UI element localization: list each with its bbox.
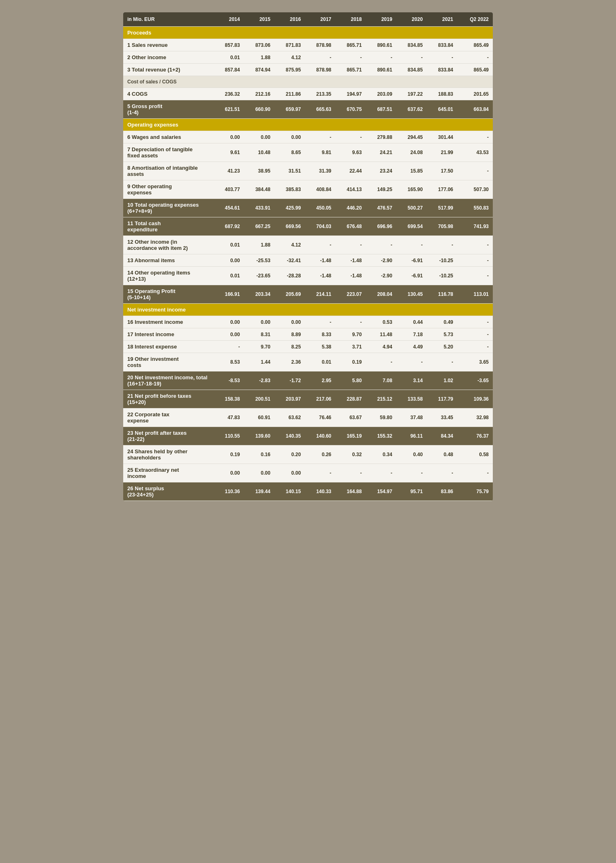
cell-value: 22.44 — [336, 162, 366, 180]
cell-value: - — [305, 131, 336, 143]
cell-value: 3.71 — [336, 341, 366, 353]
header-year-2021: 2021 — [427, 12, 457, 27]
cell-value: 2.36 — [274, 353, 305, 372]
row-label: 21 Net profit before taxes (15+20) — [123, 390, 214, 408]
cell-value: 0.00 — [214, 328, 244, 341]
cell-value: 0.58 — [457, 445, 493, 464]
cell-value: - — [427, 51, 457, 64]
cell-value: 201.65 — [457, 88, 493, 100]
cell-value: 33.45 — [427, 408, 457, 427]
table-row: 1 Sales revenue857.83873.06871.83878.988… — [123, 39, 493, 51]
cell-value: 4.94 — [366, 341, 396, 353]
cell-value: 665.63 — [305, 100, 336, 119]
cell-value: - — [336, 464, 366, 482]
cell-value: 21.99 — [427, 143, 457, 162]
cell-value: 865.49 — [457, 64, 493, 76]
header-year-2020: 2020 — [396, 12, 427, 27]
cell-value: 9.70 — [336, 328, 366, 341]
cell-value: 0.00 — [214, 131, 244, 143]
table-row: 10 Total operating expenses (6+7+8+9)454… — [123, 199, 493, 217]
cell-value: 0.20 — [274, 445, 305, 464]
cell-value: -1.48 — [336, 254, 366, 267]
cell-value: 8.65 — [274, 143, 305, 162]
row-label: 3 Total revenue (1+2) — [123, 64, 214, 76]
table-row: 4 COGS236.32212.16211.86213.35194.97203.… — [123, 88, 493, 100]
cell-value: - — [457, 341, 493, 353]
cell-value: -2.90 — [366, 254, 396, 267]
cell-value: 8.53 — [214, 353, 244, 372]
cell-value: 301.44 — [427, 131, 457, 143]
cell-value: 188.83 — [427, 88, 457, 100]
cell-value: 0.00 — [244, 464, 274, 482]
cell-value: 24.21 — [366, 143, 396, 162]
cell-value: 130.45 — [396, 285, 427, 304]
cell-value: 621.51 — [214, 100, 244, 119]
cell-value: 113.01 — [457, 285, 493, 304]
cell-value: 63.62 — [274, 408, 305, 427]
table-header-row: in Mio. EUR 2014 2015 2016 2017 2018 201… — [123, 12, 493, 27]
cell-value: 408.84 — [305, 180, 336, 199]
cell-value: 878.98 — [305, 39, 336, 51]
cell-value: 741.93 — [457, 217, 493, 236]
row-label: 22 Corporate tax expense — [123, 408, 214, 427]
cell-value: 139.44 — [244, 482, 274, 501]
cell-value: 645.01 — [427, 100, 457, 119]
cell-value: 0.40 — [396, 445, 427, 464]
table-row: 23 Net profit after taxes (21-22)110.551… — [123, 427, 493, 445]
table-row: 18 Interest expense-9.708.255.383.714.94… — [123, 341, 493, 353]
cell-value: 637.62 — [396, 100, 427, 119]
cell-value: -1.48 — [336, 267, 366, 285]
cell-value: 149.25 — [366, 180, 396, 199]
cell-value: 454.61 — [214, 199, 244, 217]
cell-value: -10.25 — [427, 254, 457, 267]
table-row: 26 Net surplus (23-24+25)110.36139.44140… — [123, 482, 493, 501]
cell-value: 890.61 — [366, 39, 396, 51]
cell-value: 669.56 — [274, 217, 305, 236]
table-row: 21 Net profit before taxes (15+20)158.38… — [123, 390, 493, 408]
cell-value: 670.75 — [336, 100, 366, 119]
cell-value: 155.32 — [366, 427, 396, 445]
cell-value: 834.85 — [396, 64, 427, 76]
cell-value: - — [336, 316, 366, 328]
cell-value: 31.51 — [274, 162, 305, 180]
cell-value: - — [366, 353, 396, 372]
cell-value: 8.31 — [244, 328, 274, 341]
cell-value: 0.00 — [214, 464, 244, 482]
cell-value: 223.07 — [336, 285, 366, 304]
table-row: 16 Investment income0.000.000.00--0.530.… — [123, 316, 493, 328]
row-label: 19 Other investment costs — [123, 353, 214, 372]
cell-value: 874.94 — [244, 64, 274, 76]
cell-value: -6.91 — [396, 267, 427, 285]
cell-value: 1.44 — [244, 353, 274, 372]
cell-value: 0.49 — [427, 316, 457, 328]
header-year-2019: 2019 — [366, 12, 396, 27]
cell-value: 24.08 — [396, 143, 427, 162]
cell-value: -28.28 — [274, 267, 305, 285]
header-year-2014: 2014 — [214, 12, 244, 27]
cell-value: 215.12 — [366, 390, 396, 408]
cell-value: 0.26 — [305, 445, 336, 464]
cell-value: 15.85 — [396, 162, 427, 180]
row-label: 10 Total operating expenses (6+7+8+9) — [123, 199, 214, 217]
cell-value: 95.71 — [396, 482, 427, 501]
cell-value: - — [457, 51, 493, 64]
cell-value: 676.48 — [336, 217, 366, 236]
cell-value: 59.80 — [366, 408, 396, 427]
cell-value: 140.15 — [274, 482, 305, 501]
row-label: 15 Operating Profit (5-10+14) — [123, 285, 214, 304]
cell-value: 0.48 — [427, 445, 457, 464]
row-label: 8 Amortisation of intangible assets — [123, 162, 214, 180]
cell-value: 500.27 — [396, 199, 427, 217]
cell-value: - — [366, 464, 396, 482]
cell-value: - — [457, 236, 493, 254]
cell-value: - — [336, 51, 366, 64]
cell-value: 17.50 — [427, 162, 457, 180]
table-row: Cost of sales / COGS — [123, 76, 493, 88]
cell-value: - — [457, 254, 493, 267]
cell-value: 166.91 — [214, 285, 244, 304]
cell-value: - — [457, 316, 493, 328]
cell-value: 890.61 — [366, 64, 396, 76]
table-row: 8 Amortisation of intangible assets41.23… — [123, 162, 493, 180]
cell-value: 83.86 — [427, 482, 457, 501]
cell-value: 279.88 — [366, 131, 396, 143]
